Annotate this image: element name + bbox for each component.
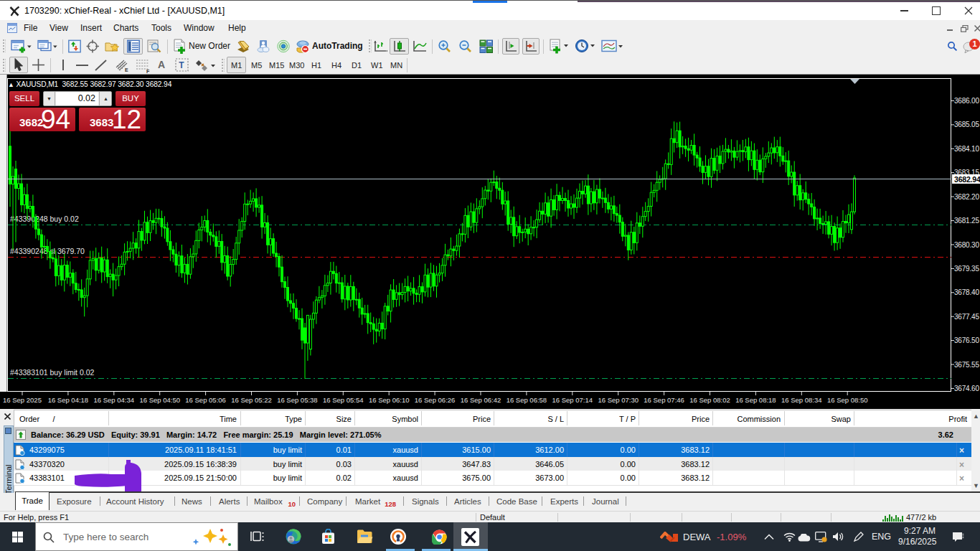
svg-text:16 Sep 06:42: 16 Sep 06:42 [461, 396, 501, 404]
svg-text:3685.05: 3685.05 [954, 121, 979, 128]
svg-text:3674.60: 3674.60 [954, 385, 979, 392]
svg-text:3677.45: 3677.45 [954, 313, 979, 321]
svg-text:16 Sep 05:06: 16 Sep 05:06 [185, 396, 226, 404]
svg-text:3676.50: 3676.50 [954, 336, 979, 344]
svg-text:16 Sep 06:26: 16 Sep 06:26 [415, 396, 456, 404]
svg-text:3679.35: 3679.35 [954, 265, 979, 273]
svg-text:16 Sep 06:58: 16 Sep 06:58 [507, 396, 547, 404]
svg-text:F: F [146, 69, 150, 74]
svg-text:16 Sep 08:18: 16 Sep 08:18 [735, 396, 776, 404]
svg-text:16 Sep 04:50: 16 Sep 04:50 [139, 396, 180, 404]
svg-text:E: E [125, 67, 128, 72]
svg-text:16 Sep 07:30: 16 Sep 07:30 [598, 396, 639, 404]
svg-text:3682.20: 3682.20 [954, 193, 979, 201]
svg-text:16 Sep 07:14: 16 Sep 07:14 [552, 396, 593, 404]
svg-text:16 Sep 04:34: 16 Sep 04:34 [94, 396, 135, 404]
svg-text:3678.40: 3678.40 [954, 288, 979, 296]
svg-text:3680.30: 3680.30 [954, 241, 979, 249]
svg-text:3686.00: 3686.00 [954, 97, 979, 105]
svg-text:16 Sep 06:10: 16 Sep 06:10 [369, 396, 410, 404]
svg-text:3684.10: 3684.10 [954, 145, 979, 153]
svg-text:16 Sep 08:02: 16 Sep 08:02 [689, 396, 730, 404]
svg-text:3675.55: 3675.55 [954, 361, 979, 369]
svg-text:#43383101 buy limit 0.02: #43383101 buy limit 0.02 [10, 368, 94, 377]
svg-text:16 Sep 2025: 16 Sep 2025 [3, 396, 42, 404]
svg-text:3681.25: 3681.25 [954, 217, 979, 225]
svg-text:16 Sep 08:50: 16 Sep 08:50 [827, 396, 868, 404]
svg-text:16 Sep 05:38: 16 Sep 05:38 [277, 396, 318, 404]
svg-text:16 Sep 04:18: 16 Sep 04:18 [48, 396, 89, 404]
svg-text:16 Sep 05:22: 16 Sep 05:22 [231, 396, 272, 404]
svg-text:16 Sep 08:34: 16 Sep 08:34 [781, 396, 822, 404]
svg-text:#43390248 buy 0.02: #43390248 buy 0.02 [10, 215, 79, 223]
svg-text:3682.94: 3682.94 [954, 175, 980, 184]
svg-text:16 Sep 05:54: 16 Sep 05:54 [323, 396, 364, 404]
svg-text:T: T [179, 60, 184, 70]
svg-text:16 Sep 07:46: 16 Sep 07:46 [644, 396, 684, 404]
